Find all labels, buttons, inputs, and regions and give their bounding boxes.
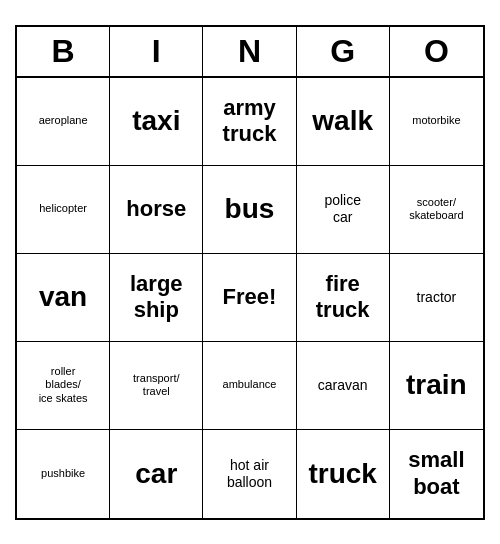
cell-text-5: helicopter [39, 202, 87, 215]
bingo-cell-23: truck [297, 430, 390, 518]
bingo-cell-19: train [390, 342, 483, 430]
bingo-cell-2: armytruck [203, 78, 296, 166]
bingo-cell-0: aeroplane [17, 78, 110, 166]
bingo-cell-10: van [17, 254, 110, 342]
bingo-cell-7: bus [203, 166, 296, 254]
bingo-cell-1: taxi [110, 78, 203, 166]
cell-text-18: caravan [318, 377, 368, 394]
cell-text-0: aeroplane [39, 114, 88, 127]
bingo-cell-4: motorbike [390, 78, 483, 166]
cell-text-24: smallboat [408, 447, 464, 500]
cell-text-12: Free! [223, 284, 277, 310]
bingo-cell-17: ambulance [203, 342, 296, 430]
cell-text-10: van [39, 280, 87, 314]
bingo-cell-21: car [110, 430, 203, 518]
cell-text-15: rollerblades/ice skates [39, 365, 88, 405]
bingo-cell-14: tractor [390, 254, 483, 342]
bingo-cell-16: transport/travel [110, 342, 203, 430]
bingo-cell-8: policecar [297, 166, 390, 254]
bingo-cell-18: caravan [297, 342, 390, 430]
cell-text-17: ambulance [223, 378, 277, 391]
cell-text-14: tractor [417, 289, 457, 306]
header-letter-B: B [17, 27, 110, 76]
bingo-grid: aeroplanetaxiarmytruckwalkmotorbikehelic… [17, 78, 483, 518]
bingo-header: BINGO [17, 27, 483, 78]
cell-text-7: bus [225, 192, 275, 226]
cell-text-9: scooter/skateboard [409, 196, 463, 222]
cell-text-1: taxi [132, 104, 180, 138]
bingo-cell-12: Free! [203, 254, 296, 342]
cell-text-20: pushbike [41, 467, 85, 480]
cell-text-6: horse [126, 196, 186, 222]
cell-text-11: largeship [130, 271, 183, 324]
bingo-cell-11: largeship [110, 254, 203, 342]
cell-text-22: hot airballoon [227, 457, 272, 491]
header-letter-I: I [110, 27, 203, 76]
bingo-cell-24: smallboat [390, 430, 483, 518]
header-letter-O: O [390, 27, 483, 76]
header-letter-N: N [203, 27, 296, 76]
bingo-cell-20: pushbike [17, 430, 110, 518]
cell-text-2: armytruck [223, 95, 277, 148]
bingo-cell-3: walk [297, 78, 390, 166]
bingo-cell-13: firetruck [297, 254, 390, 342]
bingo-cell-6: horse [110, 166, 203, 254]
bingo-card: BINGO aeroplanetaxiarmytruckwalkmotorbik… [15, 25, 485, 520]
cell-text-21: car [135, 457, 177, 491]
cell-text-19: train [406, 368, 467, 402]
cell-text-8: policecar [324, 192, 361, 226]
bingo-cell-9: scooter/skateboard [390, 166, 483, 254]
cell-text-13: firetruck [316, 271, 370, 324]
cell-text-23: truck [308, 457, 376, 491]
header-letter-G: G [297, 27, 390, 76]
bingo-cell-5: helicopter [17, 166, 110, 254]
cell-text-3: walk [312, 104, 373, 138]
cell-text-16: transport/travel [133, 372, 179, 398]
bingo-cell-22: hot airballoon [203, 430, 296, 518]
cell-text-4: motorbike [412, 114, 460, 127]
bingo-cell-15: rollerblades/ice skates [17, 342, 110, 430]
